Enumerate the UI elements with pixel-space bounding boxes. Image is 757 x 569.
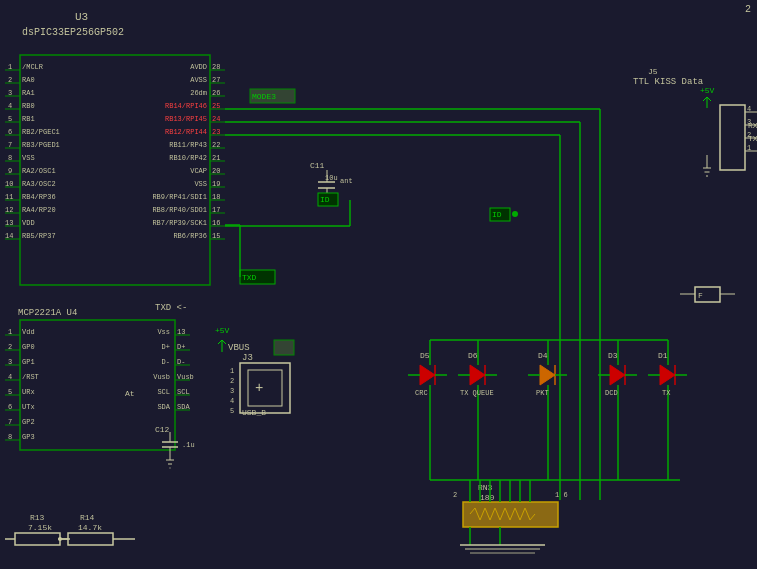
- svg-text:SCL: SCL: [177, 388, 190, 396]
- svg-text:D3: D3: [608, 351, 618, 360]
- svg-text:RB6/RP36: RB6/RP36: [173, 232, 207, 240]
- svg-text:12: 12: [5, 206, 13, 214]
- svg-text:28: 28: [212, 63, 220, 71]
- svg-text:27: 27: [212, 76, 220, 84]
- svg-text:D-: D-: [177, 358, 185, 366]
- svg-text:TX: TX: [662, 389, 671, 397]
- svg-text:18: 18: [212, 193, 220, 201]
- svg-text:R13: R13: [30, 513, 45, 522]
- svg-text:6: 6: [8, 128, 12, 136]
- svg-text:U3: U3: [75, 11, 88, 23]
- svg-text:SDA: SDA: [177, 403, 190, 411]
- svg-text:5: 5: [8, 388, 12, 396]
- svg-text:20: 20: [212, 167, 220, 175]
- svg-text:TXL: TXL: [748, 134, 757, 143]
- svg-text:1: 1: [230, 367, 234, 375]
- svg-text:SCL: SCL: [157, 388, 170, 396]
- svg-text:dsPIC33EP256GP502: dsPIC33EP256GP502: [22, 27, 124, 38]
- svg-text:D4: D4: [538, 351, 548, 360]
- svg-text:D6: D6: [468, 351, 478, 360]
- svg-text:CRC: CRC: [415, 389, 428, 397]
- svg-text:RB7/RP39/SCK1: RB7/RP39/SCK1: [152, 219, 207, 227]
- svg-text:6: 6: [8, 403, 12, 411]
- svg-text:GP3: GP3: [22, 433, 35, 441]
- svg-text:19: 19: [212, 180, 220, 188]
- svg-text:TXD: TXD: [242, 273, 257, 282]
- svg-text:180: 180: [480, 493, 495, 502]
- svg-text:23: 23: [212, 128, 220, 136]
- svg-text:GP2: GP2: [22, 418, 35, 426]
- svg-text:AVSS: AVSS: [190, 76, 207, 84]
- svg-text:D-: D-: [162, 358, 170, 366]
- svg-text:TXD <-: TXD <-: [155, 303, 187, 313]
- svg-text:RXD: RXD: [748, 121, 757, 130]
- svg-text:2: 2: [8, 76, 12, 84]
- svg-text:RB1: RB1: [22, 115, 35, 123]
- svg-text:RB13/RPI45: RB13/RPI45: [165, 115, 207, 123]
- svg-text:14: 14: [5, 232, 13, 240]
- svg-text:RB14/RPI46: RB14/RPI46: [165, 102, 207, 110]
- svg-text:RA3/OSC2: RA3/OSC2: [22, 180, 56, 188]
- svg-text:1: 1: [8, 328, 12, 336]
- svg-text:15: 15: [212, 232, 220, 240]
- svg-text:3: 3: [8, 89, 12, 97]
- svg-text:+5V: +5V: [700, 86, 715, 95]
- svg-text:4: 4: [230, 397, 234, 405]
- svg-text:1 6: 1 6: [555, 491, 568, 499]
- svg-text:RB4/RP36: RB4/RP36: [22, 193, 56, 201]
- svg-text:ID: ID: [320, 195, 330, 204]
- svg-text:4: 4: [8, 373, 12, 381]
- svg-text:Vusb: Vusb: [153, 373, 170, 381]
- svg-text:ID: ID: [492, 210, 502, 219]
- svg-text:5: 5: [230, 407, 234, 415]
- svg-text:TX QUEUE: TX QUEUE: [460, 389, 494, 397]
- svg-text:RA1: RA1: [22, 89, 35, 97]
- svg-text:VBUS: VBUS: [228, 343, 250, 353]
- svg-text:RB9/RP41/SDI1: RB9/RP41/SDI1: [152, 193, 207, 201]
- svg-text:F: F: [698, 291, 703, 300]
- svg-text:PKT: PKT: [536, 389, 549, 397]
- svg-text:7: 7: [8, 418, 12, 426]
- svg-text:2: 2: [745, 4, 751, 15]
- svg-text:GP0: GP0: [22, 343, 35, 351]
- svg-text:7: 7: [8, 141, 12, 149]
- svg-text:VSS: VSS: [22, 154, 35, 162]
- svg-text:At: At: [125, 389, 135, 398]
- svg-text:4: 4: [747, 105, 751, 113]
- schematic-canvas: U3 dsPIC33EP256GP502 1 2 3 4 5 6 7 8 9 1…: [0, 0, 757, 569]
- svg-text:MODE3: MODE3: [252, 92, 276, 101]
- svg-rect-144: [274, 340, 294, 355]
- svg-text:RB5/RP37: RB5/RP37: [22, 232, 56, 240]
- svg-text:5: 5: [8, 115, 12, 123]
- svg-text:2: 2: [8, 343, 12, 351]
- svg-point-277: [58, 537, 62, 541]
- svg-text:D1: D1: [658, 351, 668, 360]
- svg-text:RB12/RPI44: RB12/RPI44: [165, 128, 207, 136]
- svg-text:AVDD: AVDD: [190, 63, 207, 71]
- svg-text:13: 13: [177, 328, 185, 336]
- svg-text:25: 25: [212, 102, 220, 110]
- svg-point-166: [512, 211, 518, 217]
- svg-text:VDD: VDD: [22, 219, 35, 227]
- svg-text:C12: C12: [155, 425, 170, 434]
- svg-text:9: 9: [8, 167, 12, 175]
- svg-text:RA0: RA0: [22, 76, 35, 84]
- svg-text:2: 2: [230, 377, 234, 385]
- svg-text:/RST: /RST: [22, 373, 39, 381]
- svg-text:ant: ant: [340, 177, 353, 185]
- svg-text:URx: URx: [22, 388, 35, 396]
- svg-text:RB3/PGED1: RB3/PGED1: [22, 141, 60, 149]
- svg-text:26dm: 26dm: [190, 89, 207, 97]
- svg-text:Vusb: Vusb: [177, 373, 194, 381]
- svg-text:1: 1: [8, 63, 12, 71]
- svg-text:3: 3: [8, 358, 12, 366]
- svg-text:Vss: Vss: [157, 328, 170, 336]
- svg-text:D5: D5: [420, 351, 430, 360]
- svg-text:4: 4: [8, 102, 12, 110]
- svg-text:.1u: .1u: [182, 441, 195, 449]
- svg-text:RA2/OSC1: RA2/OSC1: [22, 167, 56, 175]
- svg-text:R14: R14: [80, 513, 95, 522]
- svg-text:8: 8: [8, 154, 12, 162]
- svg-text:+: +: [255, 380, 263, 396]
- svg-text:21: 21: [212, 154, 220, 162]
